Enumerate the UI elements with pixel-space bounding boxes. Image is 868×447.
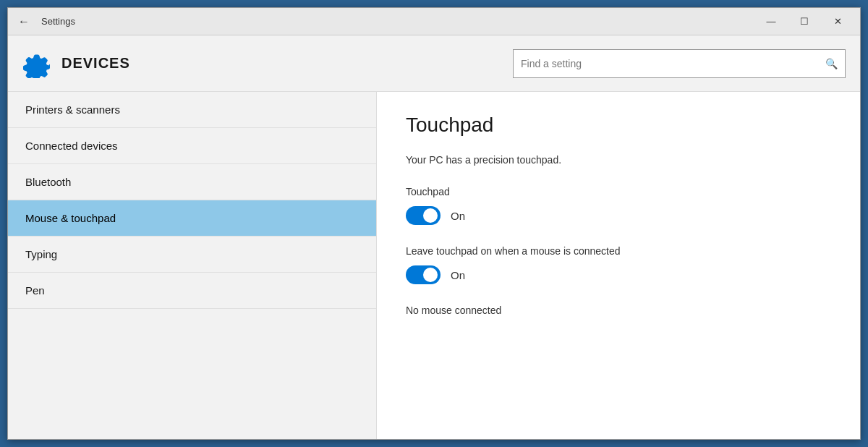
touchpad-toggle-row: On (406, 206, 831, 225)
header-left: DEVICES (22, 49, 513, 78)
touchpad-toggle-label: On (451, 210, 465, 222)
title-bar: ← Settings — ☐ ✕ (8, 8, 860, 35)
title-bar-left: ← Settings (14, 14, 754, 30)
title-bar-controls: — ☐ ✕ (754, 8, 854, 35)
sidebar-item-label: Connected devices (25, 140, 118, 152)
mouse-connected-toggle[interactable] (406, 265, 441, 284)
sidebar-item-connected-devices[interactable]: Connected devices (8, 128, 376, 164)
main-content: Printers & scanners Connected devices Bl… (8, 92, 860, 439)
sidebar-item-label: Bluetooth (25, 176, 71, 188)
close-button[interactable]: ✕ (821, 8, 854, 35)
gear-icon (22, 49, 51, 78)
sidebar-item-typing[interactable]: Typing (8, 237, 376, 273)
sidebar-item-label: Pen (25, 284, 45, 297)
no-mouse-label: No mouse connected (406, 305, 831, 316)
sidebar-item-label: Mouse & touchpad (25, 212, 116, 224)
sidebar-item-mouse-touchpad[interactable]: Mouse & touchpad (8, 200, 376, 237)
sidebar-item-pen[interactable]: Pen (8, 273, 376, 309)
sidebar: Printers & scanners Connected devices Bl… (8, 92, 377, 439)
content-panel: Touchpad Your PC has a precision touchpa… (377, 92, 860, 439)
sidebar-item-label: Typing (25, 248, 57, 260)
sidebar-item-bluetooth[interactable]: Bluetooth (8, 164, 376, 200)
page-title: Touchpad (406, 114, 831, 137)
mouse-connected-toggle-label: On (451, 269, 465, 281)
touchpad-toggle-knob (423, 208, 438, 223)
precision-notice: Your PC has a precision touchpad. (406, 154, 831, 166)
mouse-connected-toggle-row: On (406, 265, 831, 284)
sidebar-item-printers[interactable]: Printers & scanners (8, 92, 376, 128)
back-button[interactable]: ← (14, 14, 34, 30)
mouse-connected-toggle-knob (423, 268, 438, 282)
search-icon: 🔍 (825, 58, 838, 69)
window-title: Settings (41, 16, 75, 27)
sidebar-item-label: Printers & scanners (25, 103, 120, 116)
header: DEVICES 🔍 (8, 35, 860, 92)
settings-window: ← Settings — ☐ ✕ DEVICES 🔍 Printers & sc… (7, 7, 861, 440)
touchpad-section-label: Touchpad (406, 186, 831, 197)
touchpad-toggle[interactable] (406, 206, 441, 225)
mouse-connected-label: Leave touchpad on when a mouse is connec… (406, 245, 831, 257)
search-input[interactable] (521, 58, 825, 69)
search-box[interactable]: 🔍 (513, 49, 846, 78)
minimize-button[interactable]: — (754, 8, 788, 35)
maximize-button[interactable]: ☐ (788, 8, 821, 35)
section-title: DEVICES (61, 55, 130, 72)
